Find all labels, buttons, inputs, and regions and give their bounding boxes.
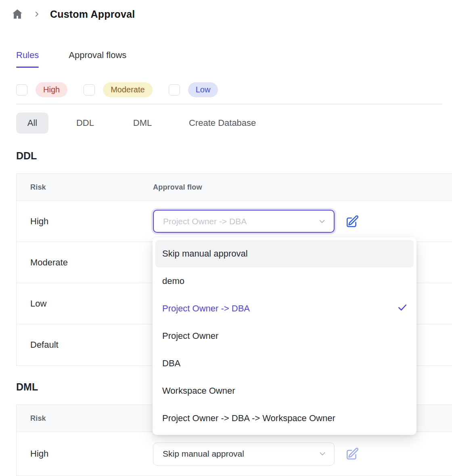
edit-pencil-square-icon [345,447,359,461]
dropdown-option-project-owner-dba[interactable]: Project Owner -> DBA [153,295,416,322]
filter-high: High [16,82,67,97]
tab-rules[interactable]: Rules [16,50,39,68]
dropdown-option-label: Project Owner -> DBA [162,303,250,314]
ddl-high-flow-value: Project Owner -> DBA [163,217,247,226]
dropdown-option-workspace-owner[interactable]: Workspace Owner [153,377,416,405]
dropdown-option-demo[interactable]: demo [153,267,416,295]
dropdown-option-project-owner-dba-workspace-owner[interactable]: Project Owner -> DBA -> Workspace Owner [153,405,416,432]
dropdown-option-skip-manual-approval[interactable]: Skip manual approval [155,240,414,267]
breadcrumb: Custom Approval [11,8,135,20]
custom-approval-page: Custom Approval Rules Approval flows Hig… [0,0,452,476]
risk-filter-row: High Moderate Low [16,82,218,97]
dml-col-risk: Risk [17,414,153,423]
dropdown-option-project-owner[interactable]: Project Owner [153,322,416,350]
tab-bar: Rules Approval flows [16,50,126,68]
edit-pencil-square-icon [345,215,359,228]
ddl-risk-default-label: Default [17,340,153,350]
category-tab-create-database[interactable]: Create Database [186,113,258,134]
dml-high-edit-button[interactable] [345,447,360,461]
chevron-down-icon [318,449,327,458]
ddl-section-title: DDL [16,150,37,162]
ddl-col-risk: Risk [17,183,153,192]
category-tab-dml[interactable]: DML [129,113,156,134]
category-tab-all[interactable]: All [16,113,48,134]
filter-low: Low [169,82,218,97]
chevron-down-icon [318,217,326,226]
ddl-high-flow-cell: Project Owner -> DBA [153,210,360,233]
tab-approval-flows[interactable]: Approval flows [69,50,126,68]
checkmark-icon [397,302,408,315]
dml-risk-high-label: High [17,449,153,459]
category-tab-ddl[interactable]: DDL [72,113,98,134]
category-tab-bar: All DDL DML Create Database [16,113,258,134]
dml-high-flow-cell: Skip manual approval [153,443,360,466]
home-icon[interactable] [11,8,23,20]
page-title: Custom Approval [50,8,135,20]
ddl-risk-moderate-label: Moderate [17,257,153,268]
chevron-right-icon [33,10,40,18]
ddl-table-header: Risk Approval flow [17,174,452,201]
filter-moderate: Moderate [84,82,153,97]
dml-row-high: High Skip manual approval [17,432,452,476]
dropdown-option-dba[interactable]: DBA [153,350,416,377]
filter-divider [16,104,442,104]
ddl-col-approval-flow: Approval flow [153,183,202,192]
ddl-risk-high-label: High [17,216,153,227]
ddl-row-high: High Project Owner -> DBA [17,201,452,242]
dml-high-flow-select[interactable]: Skip manual approval [153,443,335,466]
low-badge[interactable]: Low [188,82,218,97]
dml-section-title: DML [16,381,38,393]
ddl-high-flow-select[interactable]: Project Owner -> DBA [153,210,335,233]
moderate-checkbox[interactable] [84,84,95,96]
approval-flow-dropdown: Skip manual approval demo Project Owner … [153,237,416,435]
high-checkbox[interactable] [16,84,27,96]
ddl-high-edit-button[interactable] [345,214,360,229]
moderate-badge[interactable]: Moderate [103,82,153,97]
ddl-risk-low-label: Low [17,299,153,309]
low-checkbox[interactable] [169,84,180,96]
high-badge[interactable]: High [36,82,67,97]
dml-high-flow-value: Skip manual approval [163,449,244,459]
